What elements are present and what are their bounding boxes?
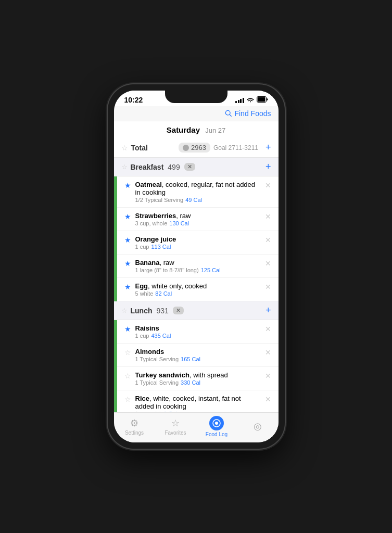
- svg-line-3: [230, 115, 232, 116]
- food-item[interactable]: ★ Egg, white only, cooked 5 white82 Cal …: [114, 278, 279, 301]
- svg-rect-1: [257, 97, 265, 102]
- total-calories-badge: 2963: [179, 143, 210, 153]
- food-item[interactable]: ☆ Rice, white, cooked, instant, fat not …: [114, 390, 279, 412]
- food-remove-icon[interactable]: ✕: [265, 372, 271, 380]
- total-label: Total: [131, 144, 175, 152]
- food-star-icon[interactable]: ★: [124, 212, 131, 221]
- food-item[interactable]: ★ Strawberries, raw 3 cup, whole130 Cal …: [114, 208, 279, 231]
- food-star-icon[interactable]: ☆: [124, 395, 131, 403]
- food-calories: 113 Cal: [151, 244, 171, 250]
- food-serving: 1 cup113 Cal: [135, 244, 261, 250]
- svg-point-5: [215, 422, 218, 425]
- food-remove-icon[interactable]: ✕: [265, 348, 271, 357]
- food-info: Strawberries, raw 3 cup, whole130 Cal: [135, 212, 261, 226]
- meal-star-icon: ☆: [121, 163, 128, 171]
- food-info: Orange juice 1 cup113 Cal: [135, 235, 261, 250]
- meal-calories: 499: [168, 163, 180, 171]
- food-remove-icon[interactable]: ✕: [265, 259, 271, 268]
- food-info: Egg, white only, cooked 5 white82 Cal: [135, 282, 261, 297]
- food-remove-icon[interactable]: ✕: [265, 283, 271, 291]
- food-info: Raisins 1 cup435 Cal: [135, 324, 261, 339]
- meals-container: ☆ Breakfast 499 ✕ + ★ Oatmeal, cooked, r…: [114, 158, 279, 412]
- meal-header-breakfast: ☆ Breakfast 499 ✕ +: [114, 158, 279, 176]
- total-add-button[interactable]: +: [265, 142, 271, 153]
- green-progress-stripe: [114, 176, 117, 301]
- total-calories-value: 2963: [191, 144, 206, 151]
- food-calories: 82 Cal: [155, 290, 172, 297]
- food-star-icon[interactable]: ★: [124, 236, 131, 244]
- meal-clear-badge[interactable]: ✕: [173, 307, 184, 314]
- search-icon: [225, 110, 232, 117]
- food-name: Banana, raw: [135, 259, 261, 266]
- food-remove-icon[interactable]: ✕: [265, 236, 271, 244]
- food-star-icon[interactable]: ☆: [124, 348, 131, 357]
- food-name: Egg, white only, cooked: [135, 282, 261, 290]
- food-star-icon[interactable]: ☆: [124, 372, 131, 380]
- tab-favorites[interactable]: ☆ Favorites: [155, 417, 196, 436]
- food-calories: 130 Cal: [169, 220, 189, 226]
- food-star-icon[interactable]: ★: [124, 181, 131, 189]
- food-serving: 1 cup435 Cal: [135, 333, 261, 339]
- tab-settings[interactable]: ⚙ Settings: [114, 417, 155, 436]
- food-name: Almonds: [135, 348, 261, 356]
- food-remove-icon[interactable]: ✕: [265, 181, 271, 189]
- food-log-icon: [209, 416, 224, 430]
- food-serving: 1 gram (g)1 Cal: [135, 411, 261, 412]
- tab-food-log[interactable]: Food Log: [196, 416, 237, 437]
- food-item[interactable]: ☆ Turkey sandwich, with spread 1 Typical…: [114, 367, 279, 390]
- total-star-icon: ☆: [121, 144, 128, 152]
- date-sub: Jun 27: [205, 126, 225, 134]
- food-item[interactable]: ★ Raisins 1 cup435 Cal ✕: [114, 320, 279, 344]
- food-info: Banana, raw 1 large (8" to 8-7/8" long)1…: [135, 259, 261, 273]
- food-remove-icon[interactable]: ✕: [265, 325, 271, 333]
- food-name: Raisins: [135, 324, 261, 332]
- food-info: Rice, white, cooked, instant, fat not ad…: [135, 395, 261, 412]
- food-name: Strawberries, raw: [135, 212, 261, 220]
- scroll-content: ☆ Total 2963 Goal 2711-3211 + ☆ Breakfas…: [114, 138, 279, 412]
- tab-bar: ⚙ Settings ☆ Favorites Food Log ◎: [114, 412, 279, 442]
- date-label: Saturday Jun 27: [167, 125, 225, 134]
- food-name: Oatmeal, cooked, regular, fat not added …: [135, 181, 261, 196]
- food-item[interactable]: ☆ Almonds 1 Typical Serving165 Cal ✕: [114, 344, 279, 367]
- signal-bars-icon: [235, 97, 244, 103]
- food-serving: 3 cup, whole130 Cal: [135, 220, 261, 226]
- food-remove-icon[interactable]: ✕: [265, 395, 271, 403]
- green-progress-stripe: [114, 320, 117, 412]
- food-calories: 125 Cal: [201, 267, 221, 273]
- meal-add-button[interactable]: +: [265, 161, 271, 172]
- wifi-icon: [247, 97, 254, 104]
- total-row: ☆ Total 2963 Goal 2711-3211 +: [114, 138, 279, 158]
- tab-favorites-label: Favorites: [165, 430, 186, 436]
- status-icons: [235, 96, 268, 104]
- status-time: 10:22: [124, 96, 143, 104]
- food-item[interactable]: ★ Banana, raw 1 large (8" to 8-7/8" long…: [114, 255, 279, 278]
- food-name: Turkey sandwich, with spread: [135, 371, 261, 379]
- tab-extra[interactable]: ◎: [237, 421, 279, 433]
- meal-star-icon: ☆: [121, 307, 128, 314]
- food-name: Orange juice: [135, 235, 261, 243]
- food-star-icon[interactable]: ★: [124, 283, 131, 291]
- food-calories: 330 Cal: [181, 379, 200, 386]
- food-info: Turkey sandwich, with spread 1 Typical S…: [135, 371, 261, 386]
- meal-clear-badge[interactable]: ✕: [184, 163, 195, 171]
- food-item[interactable]: ★ Oatmeal, cooked, regular, fat not adde…: [114, 176, 279, 208]
- food-serving: 1 Typical Serving330 Cal: [135, 379, 261, 386]
- meal-header-lunch: ☆ Lunch 931 ✕ +: [114, 301, 279, 320]
- food-info: Almonds 1 Typical Serving165 Cal: [135, 348, 261, 362]
- food-remove-icon[interactable]: ✕: [265, 212, 271, 221]
- food-star-icon[interactable]: ★: [124, 259, 131, 268]
- food-calories: 435 Cal: [151, 333, 171, 339]
- meal-add-button[interactable]: +: [265, 305, 271, 316]
- food-serving: 1 Typical Serving165 Cal: [135, 356, 261, 362]
- meal-calories: 931: [157, 307, 169, 315]
- find-foods-button[interactable]: Find Foods: [225, 109, 271, 118]
- food-item[interactable]: ★ Orange juice 1 cup113 Cal ✕: [114, 231, 279, 255]
- food-info: Oatmeal, cooked, regular, fat not added …: [135, 181, 261, 203]
- food-serving: 5 white82 Cal: [135, 290, 261, 297]
- food-serving: 1/2 Typical Serving49 Cal: [135, 197, 261, 203]
- coin-icon: [183, 145, 189, 151]
- food-star-icon[interactable]: ★: [124, 325, 131, 333]
- food-serving: 1 large (8" to 8-7/8" long)125 Cal: [135, 267, 261, 273]
- food-calories: 49 Cal: [185, 197, 202, 203]
- settings-icon: ⚙: [130, 417, 138, 429]
